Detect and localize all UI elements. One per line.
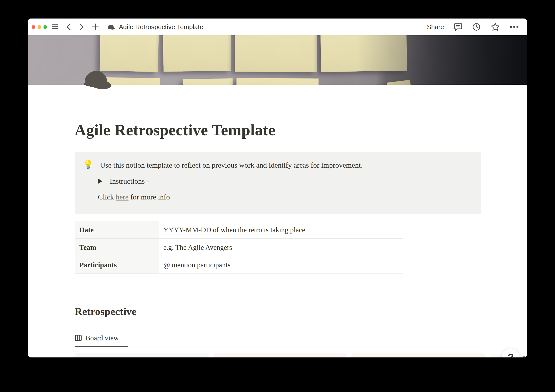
- forward-icon[interactable]: [79, 23, 84, 31]
- tab-divider: [75, 347, 481, 347]
- table-row: Team e.g. The Agile Avengers: [75, 239, 403, 256]
- row-label-date[interactable]: Date: [75, 221, 159, 238]
- screenshot-stage: Agile Retrospective Template Share: [0, 0, 555, 392]
- close-window-button[interactable]: [32, 25, 35, 29]
- titlebar: Agile Retrospective Template Share: [28, 19, 527, 35]
- help-button[interactable]: ?: [501, 348, 520, 357]
- new-tab-icon[interactable]: [92, 23, 99, 31]
- tab-board-view[interactable]: Board view: [75, 332, 481, 344]
- here-link[interactable]: here: [116, 193, 129, 201]
- board-column-what-went-right[interactable]: WHAT WENT RIGHT 2: [75, 353, 209, 357]
- more-info-line: Click here for more info: [98, 193, 472, 201]
- board-tabs: Board view: [75, 332, 481, 347]
- instructions-toggle[interactable]: Instructions -: [98, 177, 472, 185]
- tab-label: Board view: [85, 334, 119, 342]
- row-label-participants[interactable]: Participants: [75, 256, 159, 274]
- back-icon[interactable]: [66, 23, 71, 31]
- callout-text: Use this notion template to reflect on p…: [100, 159, 363, 171]
- more-info-suffix: for more info: [128, 193, 170, 201]
- updates-clock-icon[interactable]: [472, 23, 481, 31]
- board-column-what-we-learned[interactable]: WHAT WE LEARNED 2: [351, 353, 485, 357]
- truncated-text: H: [522, 354, 527, 357]
- toggle-triangle-icon[interactable]: [98, 178, 102, 184]
- page-icon-cap[interactable]: [80, 68, 115, 91]
- lightbulb-icon: 💡: [83, 159, 93, 170]
- table-row: Date YYYY-MM-DD of when the retro is tak…: [75, 221, 403, 239]
- window-title: Agile Retrospective Template: [119, 23, 203, 31]
- more-ellipsis-icon[interactable]: [510, 26, 519, 28]
- hamburger-menu-icon[interactable]: [51, 24, 59, 30]
- share-button[interactable]: Share: [427, 23, 444, 31]
- board-column-what-went-wrong[interactable]: WHAT WENT WRONG 2: [214, 353, 347, 357]
- row-value-date[interactable]: YYYY-MM-DD of when the retro is taking p…: [159, 221, 403, 238]
- comments-icon[interactable]: [454, 23, 462, 31]
- board-view-icon: [75, 334, 82, 342]
- favorite-star-icon[interactable]: [491, 22, 500, 31]
- toggle-label: Instructions -: [110, 177, 149, 185]
- traffic-lights: [32, 25, 47, 29]
- table-row: Participants @ mention participants: [75, 256, 403, 274]
- callout-block[interactable]: 💡 Use this notion template to reflect on…: [75, 152, 481, 214]
- minimize-window-button[interactable]: [38, 25, 41, 29]
- row-value-participants[interactable]: @ mention participants: [159, 256, 403, 274]
- row-label-team[interactable]: Team: [75, 239, 159, 256]
- section-heading: Retrospective: [75, 305, 136, 317]
- page-title[interactable]: Agile Retrospective Template: [75, 121, 480, 139]
- cap-page-icon: [107, 24, 116, 30]
- properties-table: Date YYYY-MM-DD of when the retro is tak…: [75, 221, 403, 274]
- zoom-window-button[interactable]: [43, 25, 47, 29]
- notion-window: Agile Retrospective Template Share: [28, 19, 527, 357]
- plus-icon: [494, 356, 502, 357]
- row-value-team[interactable]: e.g. The Agile Avengers: [159, 239, 403, 256]
- more-info-prefix: Click: [98, 193, 116, 201]
